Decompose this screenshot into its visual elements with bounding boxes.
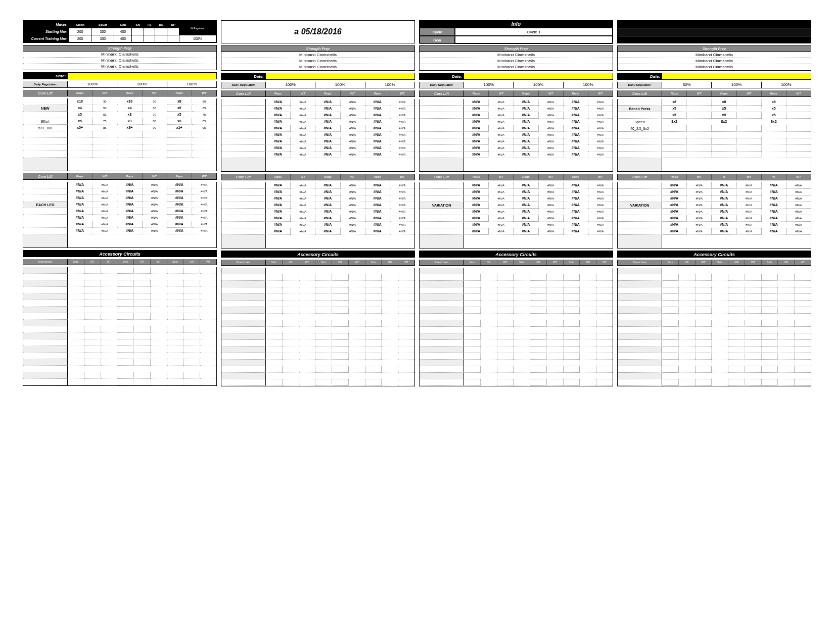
accessory-cell[interactable] <box>167 320 184 326</box>
accessory-cell[interactable] <box>564 268 580 274</box>
accessory-exercise[interactable] <box>618 346 662 353</box>
accessory-cell[interactable] <box>530 281 547 287</box>
accessory-cell[interactable] <box>762 333 778 340</box>
accessory-cell[interactable] <box>481 287 497 294</box>
accessory-cell[interactable] <box>134 366 151 372</box>
accessory-cell[interactable] <box>332 340 349 346</box>
accessory-cell[interactable] <box>762 353 778 360</box>
lift-cell[interactable]: x8 <box>712 99 736 106</box>
accessory-cell[interactable] <box>481 366 497 373</box>
accessory-cell[interactable] <box>382 340 398 346</box>
accessory-exercise[interactable] <box>221 366 266 373</box>
accessory-cell[interactable] <box>762 294 778 301</box>
accessory-cell[interactable] <box>795 287 811 294</box>
accessory-cell[interactable] <box>266 307 283 314</box>
accessory-cell[interactable] <box>795 314 811 320</box>
accessory-cell[interactable] <box>266 346 283 353</box>
accessory-cell[interactable] <box>84 287 101 293</box>
accessory-cell[interactable] <box>745 373 762 379</box>
accessory-cell[interactable] <box>117 366 134 372</box>
accessory-cell[interactable] <box>349 366 365 373</box>
accessory-cell[interactable] <box>101 379 118 385</box>
accessory-cell[interactable] <box>398 333 414 340</box>
accessory-cell[interactable] <box>266 340 283 346</box>
accessory-exercise[interactable] <box>420 346 464 353</box>
regulator-value[interactable]: 100% <box>68 81 117 87</box>
lift-cell[interactable]: x8 <box>762 99 786 106</box>
accessory-cell[interactable] <box>497 379 514 386</box>
accessory-cell[interactable] <box>382 346 398 353</box>
accessory-cell[interactable] <box>662 294 679 301</box>
accessory-cell[interactable] <box>283 287 299 294</box>
accessory-cell[interactable] <box>299 314 316 320</box>
accessory-cell[interactable] <box>564 373 580 379</box>
accessory-exercise[interactable] <box>221 327 266 333</box>
accessory-cell[interactable] <box>564 333 580 340</box>
starting-max-cell[interactable]: 200 <box>69 28 91 35</box>
accessory-cell[interactable] <box>365 274 382 281</box>
accessory-cell[interactable] <box>679 268 696 274</box>
accessory-cell[interactable] <box>696 274 712 281</box>
accessory-cell[interactable] <box>662 340 679 346</box>
accessory-cell[interactable] <box>398 346 414 353</box>
accessory-cell[interactable] <box>398 327 414 333</box>
accessory-cell[interactable] <box>514 327 530 333</box>
lift-cell[interactable]: 85 <box>192 118 216 125</box>
accessory-cell[interactable] <box>778 307 795 314</box>
accessory-cell[interactable] <box>497 346 514 353</box>
accessory-cell[interactable] <box>481 346 497 353</box>
lift-cell[interactable] <box>762 132 786 138</box>
accessory-cell[interactable] <box>151 359 167 366</box>
accessory-cell[interactable] <box>547 287 564 294</box>
accessory-cell[interactable] <box>332 320 349 327</box>
accessory-cell[interactable] <box>101 353 118 359</box>
accessory-cell[interactable] <box>514 268 530 274</box>
lift-cell[interactable] <box>117 144 142 151</box>
accessory-cell[interactable] <box>547 274 564 281</box>
accessory-cell[interactable] <box>530 327 547 333</box>
lift-cell[interactable]: x1+ <box>167 125 192 131</box>
accessory-exercise[interactable] <box>420 333 464 340</box>
accessory-cell[interactable] <box>101 307 118 313</box>
accessory-cell[interactable] <box>84 280 101 287</box>
lift-cell[interactable]: x4 <box>68 105 92 112</box>
accessory-cell[interactable] <box>332 373 349 379</box>
accessory-exercise[interactable] <box>420 379 464 386</box>
accessory-cell[interactable] <box>712 373 728 379</box>
accessory-exercise[interactable] <box>618 379 662 386</box>
accessory-cell[interactable] <box>398 360 414 366</box>
accessory-cell[interactable] <box>200 313 216 320</box>
accessory-cell[interactable] <box>514 320 530 327</box>
accessory-cell[interactable] <box>547 294 564 301</box>
accessory-cell[interactable] <box>365 281 382 287</box>
accessory-cell[interactable] <box>134 372 151 379</box>
accessory-cell[interactable] <box>530 294 547 301</box>
accessory-cell[interactable] <box>745 281 762 287</box>
accessory-cell[interactable] <box>134 293 151 300</box>
accessory-cell[interactable] <box>580 274 596 281</box>
accessory-cell[interactable] <box>349 360 365 366</box>
lift-cell[interactable]: 8x2 <box>762 119 786 125</box>
accessory-cell[interactable] <box>134 339 151 346</box>
accessory-exercise[interactable] <box>23 372 68 379</box>
starting-max-cell[interactable] <box>155 28 167 35</box>
accessory-cell[interactable] <box>398 281 414 287</box>
accessory-cell[interactable] <box>712 366 728 373</box>
accessory-cell[interactable] <box>398 373 414 379</box>
accessory-cell[interactable] <box>795 353 811 360</box>
lift-cell[interactable] <box>786 145 811 152</box>
accessory-cell[interactable] <box>283 301 299 307</box>
lift-cell[interactable]: 8x2 <box>712 119 736 125</box>
accessory-exercise[interactable] <box>420 373 464 379</box>
accessory-cell[interactable] <box>795 274 811 281</box>
lift-cell[interactable] <box>192 144 216 151</box>
lift-cell[interactable] <box>712 138 736 145</box>
accessory-cell[interactable] <box>349 287 365 294</box>
lift-cell[interactable] <box>68 151 92 158</box>
accessory-cell[interactable] <box>151 333 167 339</box>
accessory-cell[interactable] <box>728 320 745 327</box>
accessory-cell[interactable] <box>547 353 564 360</box>
accessory-cell[interactable] <box>398 379 414 386</box>
accessory-cell[interactable] <box>332 353 349 360</box>
accessory-cell[interactable] <box>464 360 481 366</box>
